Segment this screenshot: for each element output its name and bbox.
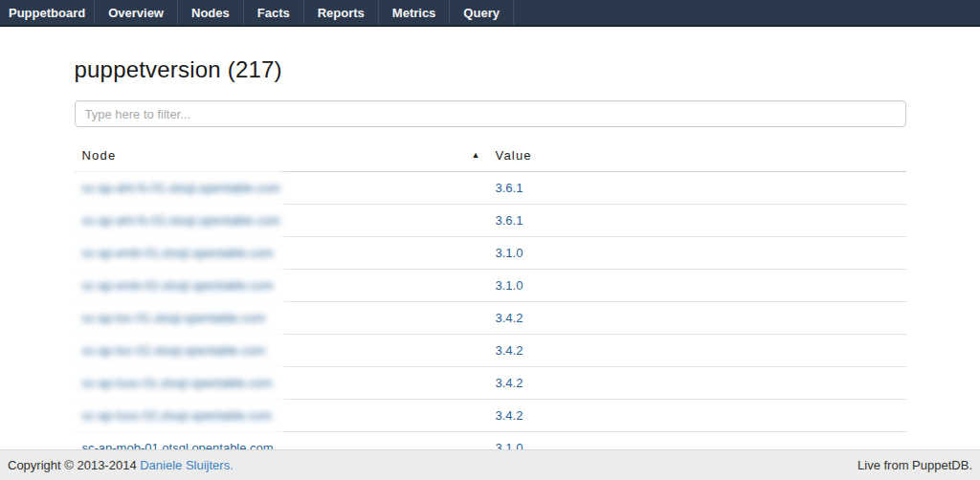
- nav-item-facts[interactable]: Facts: [244, 0, 304, 25]
- nav-item-query[interactable]: Query: [450, 0, 514, 25]
- table-row: sc-ap-emb-01.otsql.opentable.com3.1.0: [75, 237, 906, 270]
- table-row: sc-ap-emb-02.otsql.opentable.com3.1.0: [75, 270, 906, 302]
- value-link[interactable]: 3.4.2: [496, 311, 523, 325]
- copyright: Copyright © 2013-2014 Daniele Sluijters.: [8, 458, 234, 472]
- value-cell: 3.4.2: [488, 367, 906, 400]
- value-link[interactable]: 3.6.1: [496, 181, 523, 195]
- node-link[interactable]: sc-ap-tusc-01.otsql.opentable.com: [82, 376, 273, 391]
- author-link[interactable]: Daniele Sluijters.: [140, 458, 234, 472]
- value-cell: 3.4.2: [488, 335, 906, 367]
- table-row: sc-ap-loc-01.otsql.opentable.com3.4.2: [75, 302, 906, 335]
- puppetboard-app: Puppetboard Overview Nodes Facts Reports…: [0, 0, 980, 480]
- node-link-blurred-wrap: sc-ap-tusc-02.otsql.opentable.com: [75, 397, 282, 434]
- value-link[interactable]: 3.6.1: [496, 213, 523, 228]
- nav-item-nodes[interactable]: Nodes: [178, 0, 244, 25]
- node-cell: sc-ap-loc-02.otsql.opentable.com: [75, 335, 488, 367]
- column-header-node-label: Node: [82, 148, 117, 163]
- filter-input[interactable]: [75, 100, 906, 127]
- nav-item-overview[interactable]: Overview: [95, 0, 178, 25]
- node-cell: sc-ap-loc-01.otsql.opentable.com: [75, 302, 488, 335]
- value-link[interactable]: 3.4.2: [496, 408, 523, 423]
- column-header-value[interactable]: Value: [488, 144, 906, 172]
- page-title: puppetversion (217): [75, 55, 906, 84]
- value-link[interactable]: 3.1.0: [496, 246, 523, 260]
- value-link[interactable]: 3.4.2: [496, 376, 523, 390]
- node-link[interactable]: sc-ap-aht-fs-01.otsql.opentable.com: [82, 181, 280, 196]
- sort-asc-icon: ▲: [472, 151, 480, 160]
- main-content: puppetversion (217) Node ▲ Value sc-ap-a: [75, 55, 906, 464]
- node-cell: sc-ap-emb-01.otsql.opentable.com: [75, 237, 488, 270]
- node-cell: sc-ap-tusc-01.otsql.opentable.com: [75, 367, 488, 400]
- live-status-text: Live from PuppetDB.: [858, 458, 972, 472]
- node-link[interactable]: sc-ap-tusc-02.otsql.opentable.com: [82, 408, 273, 424]
- value-cell: 3.1.0: [488, 270, 906, 302]
- node-cell: sc-ap-aht-fs-01.otsql.opentable.com: [75, 172, 488, 205]
- facts-table: Node ▲ Value sc-ap-aht-fs-01.otsql.opent…: [75, 144, 906, 464]
- value-cell: 3.4.2: [488, 302, 906, 335]
- table-row: sc-ap-aht-fs-02.otsql.opentable.com3.6.1: [75, 205, 906, 237]
- value-cell: 3.1.0: [488, 237, 906, 270]
- value-cell: 3.6.1: [488, 172, 906, 205]
- table-row: sc-ap-tusc-01.otsql.opentable.com3.4.2: [75, 367, 906, 400]
- value-cell: 3.6.1: [488, 205, 906, 237]
- value-link[interactable]: 3.1.0: [496, 278, 523, 293]
- navbar: Puppetboard Overview Nodes Facts Reports…: [0, 0, 980, 27]
- column-header-node[interactable]: Node ▲: [75, 144, 488, 172]
- node-link[interactable]: sc-ap-aht-fs-02.otsql.opentable.com: [82, 213, 280, 229]
- node-cell: sc-ap-aht-fs-02.otsql.opentable.com: [75, 205, 488, 237]
- node-link[interactable]: sc-ap-emb-01.otsql.opentable.com: [82, 246, 274, 261]
- navbar-brand[interactable]: Puppetboard: [0, 0, 95, 25]
- nav-item-reports[interactable]: Reports: [304, 0, 379, 25]
- node-link[interactable]: sc-ap-loc-01.otsql.opentable.com: [82, 311, 266, 326]
- node-link[interactable]: sc-ap-emb-02.otsql.opentable.com: [82, 278, 274, 294]
- copyright-text: Copyright © 2013-2014: [8, 458, 140, 472]
- footer: Copyright © 2013-2014 Daniele Sluijters.…: [0, 449, 980, 480]
- nav-item-metrics[interactable]: Metrics: [379, 0, 451, 25]
- value-link[interactable]: 3.4.2: [496, 343, 523, 358]
- table-row: sc-ap-tusc-02.otsql.opentable.com3.4.2: [75, 400, 906, 432]
- column-header-value-label: Value: [496, 148, 532, 163]
- value-cell: 3.4.2: [488, 400, 906, 432]
- node-cell: sc-ap-tusc-02.otsql.opentable.com: [75, 400, 488, 432]
- table-row: sc-ap-loc-02.otsql.opentable.com3.4.2: [75, 335, 906, 367]
- table-header-row: Node ▲ Value: [75, 144, 906, 172]
- node-cell: sc-ap-emb-02.otsql.opentable.com: [75, 270, 488, 302]
- table-row: sc-ap-aht-fs-01.otsql.opentable.com3.6.1: [75, 172, 906, 205]
- node-link[interactable]: sc-ap-loc-02.otsql.opentable.com: [82, 343, 266, 359]
